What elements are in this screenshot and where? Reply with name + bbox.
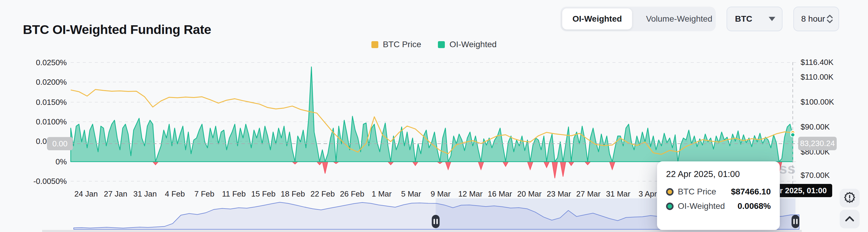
alert-settings-button[interactable] [840,189,860,207]
tooltip-series-value: $87466.10 [731,187,771,197]
funding-hover-marker [790,133,795,137]
crosshair-right-axis-badge: 83,230.24 [798,137,837,150]
series-dot-icon [666,188,674,196]
series-dot-icon [666,202,674,210]
chart-tooltip: 22 Apr 2025, 01:00 BTC Price$87466.10OI-… [657,161,780,230]
tooltip-row: BTC Price$87466.10 [666,187,771,197]
tooltip-series-label: BTC Price [678,187,727,197]
tooltip-series-label: OI-Weighted [678,201,733,211]
tooltip-date: 22 Apr 2025, 01:00 [666,169,771,179]
chevron-up-icon [843,214,856,225]
navigator-handle-left[interactable] [432,215,440,228]
alert-seal-icon [843,191,856,205]
navigator-handle-right[interactable] [792,215,799,228]
tooltip-series-value: 0.0068% [737,201,771,211]
crosshair-left-axis-badge: 0.00 [47,137,73,150]
collapse-button[interactable] [840,210,860,228]
tooltip-row: OI-Weighted0.0068% [666,201,771,211]
